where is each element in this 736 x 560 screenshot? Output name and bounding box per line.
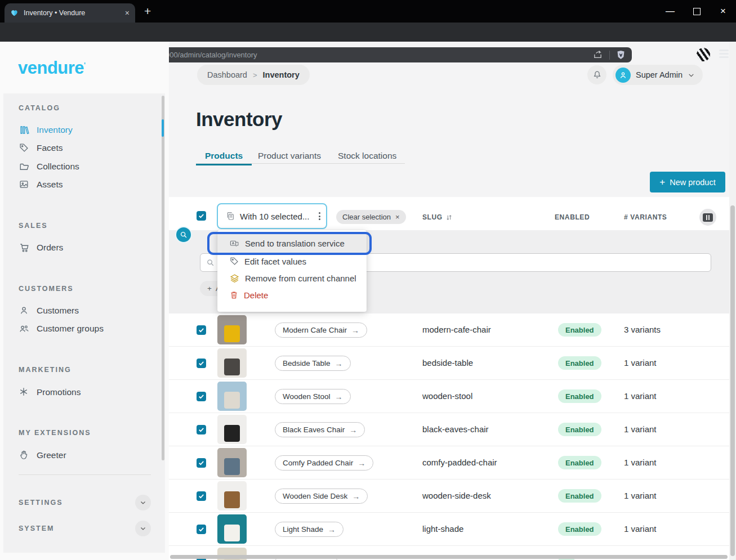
bulk-actions-label: With 10 selected... <box>240 212 314 221</box>
share-icon[interactable] <box>593 50 603 60</box>
sidebar-item-label: Customers <box>37 306 79 316</box>
clear-selection-button[interactable]: Clear selection × <box>336 210 406 224</box>
bell-icon <box>592 70 602 80</box>
product-name-link[interactable]: Modern Cafe Chair→ <box>275 322 367 338</box>
sidebar-item-assets[interactable]: Assets <box>14 176 154 193</box>
breadcrumb-separator-icon: > <box>253 71 257 79</box>
vendure-logo[interactable]: vendure' <box>18 58 85 78</box>
tab-close-icon[interactable]: × <box>125 8 130 17</box>
sidebar-item-customer-groups[interactable]: Customer groups <box>14 320 154 337</box>
menu-item-send-to-translation[interactable]: Send to translation service <box>217 234 367 253</box>
sidebar-item-label: Assets <box>37 180 63 190</box>
row-checkbox[interactable] <box>197 458 206 468</box>
user-icon <box>19 306 29 316</box>
horizontal-scrollbar-thumb[interactable] <box>170 555 728 559</box>
table-row[interactable]: Light Shade→ light-shade Enabled 1 varia… <box>169 513 729 546</box>
sidebar-item-promotions[interactable]: Promotions <box>14 384 154 401</box>
tab-product-variants[interactable]: Product variants <box>258 147 321 164</box>
select-all-checkbox[interactable] <box>197 211 206 221</box>
user-menu[interactable]: Super Admin <box>613 65 703 85</box>
plus-icon: + <box>207 284 212 293</box>
url-bar[interactable]: i localhost:3000/admin/catalog/inventory <box>107 47 632 62</box>
page-scrollbar-thumb[interactable] <box>730 205 735 556</box>
window-minimize-button[interactable]: — <box>657 0 683 23</box>
column-header-slug[interactable]: SLUG <box>422 213 453 221</box>
bulk-actions-button[interactable]: With 10 selected... <box>217 203 327 229</box>
table-row[interactable]: Bedside Table→ bedside-table Enabled 1 v… <box>169 347 729 380</box>
sidebar-divider <box>19 474 151 475</box>
brave-shield-icon[interactable] <box>617 50 625 60</box>
menu-item-edit-facet-values[interactable]: Edit facet values <box>217 253 367 270</box>
tab-products[interactable]: Products <box>196 147 252 165</box>
sidebar-item-collections[interactable]: Collections <box>14 158 154 175</box>
table-row[interactable]: Wooden Stool→ wooden-stool Enabled 1 var… <box>169 380 729 413</box>
tab-stock-locations[interactable]: Stock locations <box>338 147 396 164</box>
chevron-down-icon[interactable] <box>135 521 151 536</box>
product-name-link[interactable]: Light Shade→ <box>275 522 344 537</box>
row-checkbox[interactable] <box>197 325 206 335</box>
table-row[interactable]: Black Eaves Chair→ black-eaves-chair Ena… <box>169 413 729 446</box>
notifications-button[interactable] <box>587 65 606 84</box>
column-settings-button[interactable] <box>699 209 716 226</box>
sidebar-item-orders[interactable]: Orders <box>14 239 154 256</box>
window-close-button[interactable]: × <box>710 0 736 23</box>
chevron-down-icon[interactable] <box>135 495 151 510</box>
hand-icon <box>19 450 29 460</box>
browser-tab-strip: Inventory • Vendure × + — × <box>0 0 736 23</box>
row-checkbox[interactable] <box>197 359 206 368</box>
product-thumbnail <box>217 514 247 544</box>
sidebar-item-inventory[interactable]: Inventory <box>14 122 154 138</box>
tab-title: Inventory • Vendure <box>24 9 120 17</box>
variant-count: 1 variant <box>624 424 657 434</box>
clear-selection-label: Clear selection <box>342 213 391 221</box>
row-checkbox[interactable] <box>197 392 206 401</box>
product-name-link[interactable]: Bedside Table→ <box>275 356 351 371</box>
folder-icon <box>19 162 29 172</box>
page-title: Inventory <box>196 108 282 131</box>
window-maximize-button[interactable] <box>684 0 710 23</box>
kebab-icon <box>319 212 320 220</box>
tag-icon <box>230 257 239 266</box>
arrow-right-icon: → <box>349 425 357 434</box>
menu-item-delete[interactable]: Delete <box>217 286 367 303</box>
row-checkbox[interactable] <box>197 425 206 434</box>
search-icon <box>206 258 215 267</box>
menu-item-label: Send to translation service <box>245 239 345 248</box>
plus-icon: + <box>659 177 665 188</box>
menu-item-remove-from-channel[interactable]: Remove from current channel <box>217 270 367 286</box>
browser-tab[interactable]: Inventory • Vendure × <box>5 3 135 23</box>
column-header-variants[interactable]: # VARIANTS <box>624 213 667 221</box>
sidebar-section-system[interactable]: SYSTEM <box>19 521 151 536</box>
table-row[interactable]: Wooden Side Desk→ wooden-side-desk Enabl… <box>169 480 729 513</box>
product-name-link[interactable]: Wooden Stool→ <box>275 389 351 404</box>
new-tab-button[interactable]: + <box>144 5 151 18</box>
sidebar-item-label: Facets <box>37 143 63 153</box>
sidebar-item-label: Collections <box>37 162 79 172</box>
section-catalog: CATALOG <box>19 104 60 112</box>
browser-menu-icon[interactable] <box>719 50 729 58</box>
sidebar-item-customers[interactable]: Customers <box>14 302 154 319</box>
new-product-button[interactable]: + New product <box>650 172 725 192</box>
sidebar-section-settings[interactable]: SETTINGS <box>19 495 151 510</box>
breadcrumb-inventory[interactable]: Inventory <box>263 70 300 79</box>
sidebar-item-facets[interactable]: Facets <box>14 140 154 156</box>
product-name-link[interactable]: Black Eaves Chair→ <box>275 422 365 437</box>
product-name-link[interactable]: Wooden Side Desk→ <box>275 489 368 504</box>
column-header-enabled[interactable]: ENABLED <box>555 213 590 221</box>
table-row[interactable]: Comfy Padded Chair→ comfy-padded-chair E… <box>169 446 729 480</box>
section-marketing: MARKETING <box>19 366 72 374</box>
sidebar-item-label: Promotions <box>37 387 81 397</box>
table-row[interactable]: Modern Cafe Chair→ modern-cafe-chair Ena… <box>169 313 729 347</box>
sidebar-item-greeter[interactable]: Greeter <box>14 447 154 464</box>
sidebar-scrollbar[interactable] <box>162 96 164 460</box>
product-thumbnail <box>217 448 247 477</box>
product-name-link[interactable]: Comfy Padded Chair→ <box>275 455 373 471</box>
breadcrumb-dashboard[interactable]: Dashboard <box>207 70 247 79</box>
row-checkbox[interactable] <box>197 491 206 501</box>
users-icon <box>19 324 29 334</box>
browser-profile-avatar[interactable] <box>697 48 710 61</box>
tag-icon <box>19 143 29 153</box>
search-toggle-button[interactable] <box>175 226 192 243</box>
sort-icon[interactable] <box>445 214 453 221</box>
row-checkbox[interactable] <box>197 525 206 534</box>
